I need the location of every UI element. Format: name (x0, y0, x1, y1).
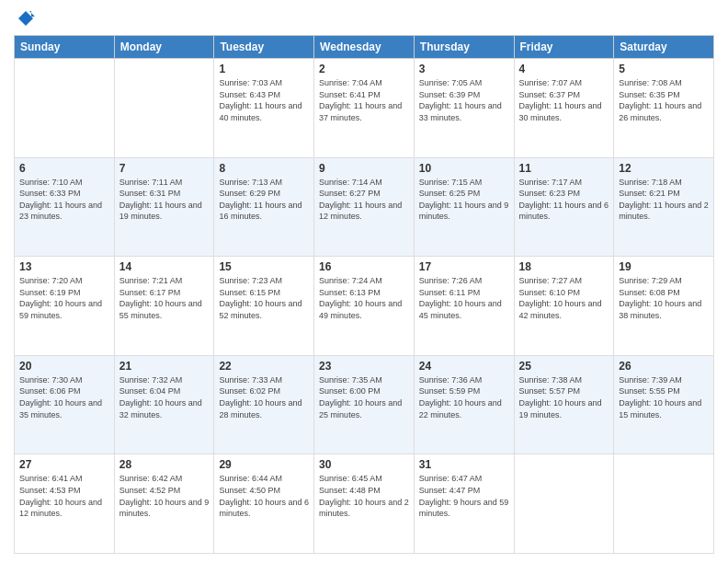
day-info: Sunrise: 7:33 AM Sunset: 6:02 PM Dayligh… (219, 374, 309, 420)
day-info: Sunrise: 7:35 AM Sunset: 6:00 PM Dayligh… (319, 374, 409, 420)
calendar-cell: 15Sunrise: 7:23 AM Sunset: 6:15 PM Dayli… (214, 257, 314, 356)
day-number: 13 (19, 260, 109, 273)
calendar-cell: 2Sunrise: 7:04 AM Sunset: 6:41 PM Daylig… (314, 59, 415, 158)
calendar-cell: 1Sunrise: 7:03 AM Sunset: 6:43 PM Daylig… (214, 59, 314, 158)
calendar-cell: 19Sunrise: 7:29 AM Sunset: 6:08 PM Dayli… (614, 257, 714, 356)
calendar-cell: 7Sunrise: 7:11 AM Sunset: 6:31 PM Daylig… (114, 157, 214, 257)
calendar-cell: 13Sunrise: 7:20 AM Sunset: 6:19 PM Dayli… (15, 257, 115, 356)
calendar-cell (514, 454, 614, 554)
calendar-cell: 14Sunrise: 7:21 AM Sunset: 6:17 PM Dayli… (114, 257, 214, 356)
calendar-cell: 18Sunrise: 7:27 AM Sunset: 6:10 PM Dayli… (514, 257, 614, 356)
day-number: 16 (319, 260, 409, 273)
day-of-week-header: Thursday (414, 36, 514, 59)
day-number: 28 (119, 458, 210, 471)
day-number: 11 (519, 162, 609, 175)
day-number: 18 (519, 260, 609, 273)
header (14, 9, 714, 28)
day-info: Sunrise: 7:11 AM Sunset: 6:31 PM Dayligh… (119, 177, 210, 223)
calendar-cell: 21Sunrise: 7:32 AM Sunset: 6:04 PM Dayli… (114, 355, 214, 454)
calendar-cell (15, 59, 115, 158)
calendar-cell: 28Sunrise: 6:42 AM Sunset: 4:52 PM Dayli… (114, 454, 214, 554)
day-number: 1 (219, 63, 309, 75)
day-info: Sunrise: 7:15 AM Sunset: 6:25 PM Dayligh… (419, 177, 509, 223)
day-info: Sunrise: 7:29 AM Sunset: 6:08 PM Dayligh… (619, 275, 709, 321)
day-info: Sunrise: 7:07 AM Sunset: 6:37 PM Dayligh… (519, 77, 609, 123)
day-info: Sunrise: 7:27 AM Sunset: 6:10 PM Dayligh… (519, 275, 609, 321)
day-info: Sunrise: 7:32 AM Sunset: 6:04 PM Dayligh… (119, 374, 210, 420)
day-info: Sunrise: 7:13 AM Sunset: 6:29 PM Dayligh… (219, 177, 309, 223)
day-number: 15 (219, 260, 309, 273)
day-number: 30 (319, 458, 409, 471)
day-of-week-header: Saturday (614, 36, 714, 59)
calendar-cell (114, 59, 214, 158)
day-info: Sunrise: 7:10 AM Sunset: 6:33 PM Dayligh… (19, 177, 109, 223)
day-info: Sunrise: 7:21 AM Sunset: 6:17 PM Dayligh… (119, 275, 210, 321)
calendar-cell: 27Sunrise: 6:41 AM Sunset: 4:53 PM Dayli… (15, 454, 115, 554)
day-info: Sunrise: 6:44 AM Sunset: 4:50 PM Dayligh… (219, 473, 309, 519)
page: SundayMondayTuesdayWednesdayThursdayFrid… (0, 0, 728, 563)
day-number: 10 (419, 162, 509, 175)
day-number: 24 (419, 360, 509, 373)
day-number: 27 (19, 458, 109, 471)
svg-marker-0 (18, 11, 33, 26)
day-of-week-header: Tuesday (214, 36, 314, 59)
day-of-week-header: Sunday (15, 36, 115, 59)
day-number: 23 (319, 360, 409, 373)
day-info: Sunrise: 7:24 AM Sunset: 6:13 PM Dayligh… (319, 275, 409, 321)
calendar-cell: 29Sunrise: 6:44 AM Sunset: 4:50 PM Dayli… (214, 454, 314, 554)
day-of-week-header: Friday (514, 36, 614, 59)
day-number: 6 (19, 162, 109, 175)
day-number: 4 (519, 63, 609, 75)
calendar-week-row: 20Sunrise: 7:30 AM Sunset: 6:06 PM Dayli… (15, 355, 714, 454)
day-of-week-header: Wednesday (314, 36, 415, 59)
day-number: 21 (119, 360, 210, 373)
day-number: 17 (419, 260, 509, 273)
day-info: Sunrise: 7:03 AM Sunset: 6:43 PM Dayligh… (219, 77, 309, 123)
day-info: Sunrise: 6:41 AM Sunset: 4:53 PM Dayligh… (19, 473, 109, 519)
calendar-cell: 23Sunrise: 7:35 AM Sunset: 6:00 PM Dayli… (314, 355, 415, 454)
calendar-week-row: 13Sunrise: 7:20 AM Sunset: 6:19 PM Dayli… (15, 257, 714, 356)
calendar-cell: 8Sunrise: 7:13 AM Sunset: 6:29 PM Daylig… (214, 157, 314, 257)
calendar-cell (614, 454, 714, 554)
day-info: Sunrise: 7:38 AM Sunset: 5:57 PM Dayligh… (519, 374, 609, 420)
calendar-cell: 11Sunrise: 7:17 AM Sunset: 6:23 PM Dayli… (514, 157, 614, 257)
day-number: 12 (619, 162, 709, 175)
calendar-cell: 3Sunrise: 7:05 AM Sunset: 6:39 PM Daylig… (414, 59, 514, 158)
calendar-cell: 4Sunrise: 7:07 AM Sunset: 6:37 PM Daylig… (514, 59, 614, 158)
calendar-week-row: 27Sunrise: 6:41 AM Sunset: 4:53 PM Dayli… (15, 454, 714, 554)
day-number: 25 (519, 360, 609, 373)
day-info: Sunrise: 7:08 AM Sunset: 6:35 PM Dayligh… (619, 77, 709, 123)
day-info: Sunrise: 7:14 AM Sunset: 6:27 PM Dayligh… (319, 177, 409, 223)
logo (14, 9, 35, 28)
day-info: Sunrise: 7:39 AM Sunset: 5:55 PM Dayligh… (619, 374, 709, 420)
day-number: 31 (419, 458, 509, 471)
day-number: 20 (19, 360, 109, 373)
calendar-cell: 26Sunrise: 7:39 AM Sunset: 5:55 PM Dayli… (614, 355, 714, 454)
calendar-cell: 20Sunrise: 7:30 AM Sunset: 6:06 PM Dayli… (15, 355, 115, 454)
day-info: Sunrise: 7:30 AM Sunset: 6:06 PM Dayligh… (19, 374, 109, 420)
day-number: 2 (319, 63, 409, 75)
calendar-cell: 30Sunrise: 6:45 AM Sunset: 4:48 PM Dayli… (314, 454, 415, 554)
calendar-header-row: SundayMondayTuesdayWednesdayThursdayFrid… (15, 36, 714, 59)
calendar-cell: 24Sunrise: 7:36 AM Sunset: 5:59 PM Dayli… (414, 355, 514, 454)
day-number: 29 (219, 458, 309, 471)
logo-icon (17, 9, 35, 28)
day-info: Sunrise: 6:45 AM Sunset: 4:48 PM Dayligh… (319, 473, 409, 519)
calendar-cell: 22Sunrise: 7:33 AM Sunset: 6:02 PM Dayli… (214, 355, 314, 454)
day-number: 3 (419, 63, 509, 75)
day-number: 22 (219, 360, 309, 373)
calendar-week-row: 1Sunrise: 7:03 AM Sunset: 6:43 PM Daylig… (15, 59, 714, 158)
calendar-cell: 25Sunrise: 7:38 AM Sunset: 5:57 PM Dayli… (514, 355, 614, 454)
calendar-cell: 6Sunrise: 7:10 AM Sunset: 6:33 PM Daylig… (15, 157, 115, 257)
day-number: 14 (119, 260, 210, 273)
day-number: 19 (619, 260, 709, 273)
day-number: 7 (119, 162, 210, 175)
day-info: Sunrise: 7:20 AM Sunset: 6:19 PM Dayligh… (19, 275, 109, 321)
day-info: Sunrise: 7:36 AM Sunset: 5:59 PM Dayligh… (419, 374, 509, 420)
calendar-cell: 9Sunrise: 7:14 AM Sunset: 6:27 PM Daylig… (314, 157, 415, 257)
calendar-table: SundayMondayTuesdayWednesdayThursdayFrid… (14, 35, 714, 554)
day-info: Sunrise: 6:42 AM Sunset: 4:52 PM Dayligh… (119, 473, 210, 519)
calendar-cell: 16Sunrise: 7:24 AM Sunset: 6:13 PM Dayli… (314, 257, 415, 356)
calendar-cell: 10Sunrise: 7:15 AM Sunset: 6:25 PM Dayli… (414, 157, 514, 257)
day-info: Sunrise: 7:18 AM Sunset: 6:21 PM Dayligh… (619, 177, 709, 223)
